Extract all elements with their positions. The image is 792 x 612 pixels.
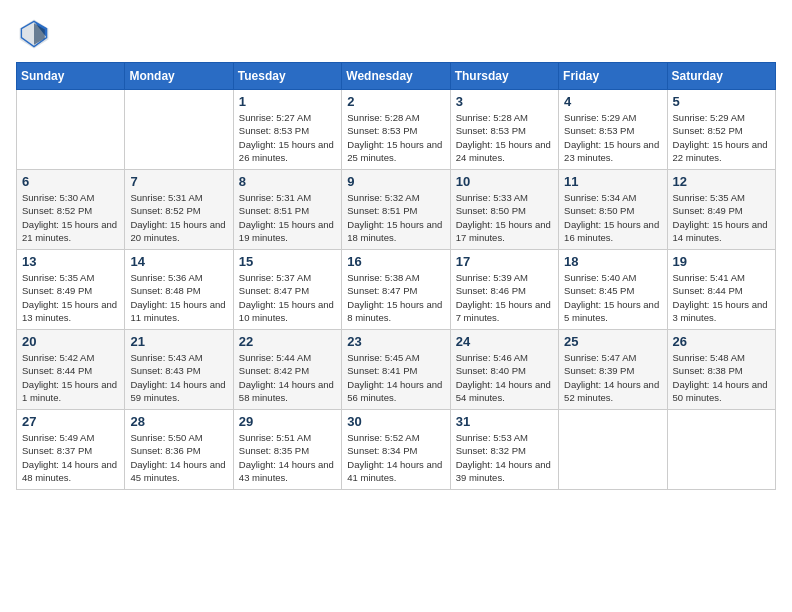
calendar-week-row: 1Sunrise: 5:27 AMSunset: 8:53 PMDaylight… [17,90,776,170]
day-info: Sunrise: 5:50 AMSunset: 8:36 PMDaylight:… [130,431,227,484]
day-number: 31 [456,414,553,429]
logo [16,16,58,52]
day-number: 10 [456,174,553,189]
day-number: 17 [456,254,553,269]
day-number: 19 [673,254,770,269]
calendar-cell [667,410,775,490]
day-info: Sunrise: 5:31 AMSunset: 8:51 PMDaylight:… [239,191,336,244]
day-number: 18 [564,254,661,269]
calendar-cell: 27Sunrise: 5:49 AMSunset: 8:37 PMDayligh… [17,410,125,490]
calendar-cell: 2Sunrise: 5:28 AMSunset: 8:53 PMDaylight… [342,90,450,170]
calendar-cell: 11Sunrise: 5:34 AMSunset: 8:50 PMDayligh… [559,170,667,250]
day-info: Sunrise: 5:40 AMSunset: 8:45 PMDaylight:… [564,271,661,324]
calendar-cell: 12Sunrise: 5:35 AMSunset: 8:49 PMDayligh… [667,170,775,250]
calendar-cell: 6Sunrise: 5:30 AMSunset: 8:52 PMDaylight… [17,170,125,250]
day-info: Sunrise: 5:30 AMSunset: 8:52 PMDaylight:… [22,191,119,244]
day-info: Sunrise: 5:42 AMSunset: 8:44 PMDaylight:… [22,351,119,404]
day-number: 30 [347,414,444,429]
calendar-cell [125,90,233,170]
page-header [16,16,776,52]
day-info: Sunrise: 5:43 AMSunset: 8:43 PMDaylight:… [130,351,227,404]
calendar-cell: 17Sunrise: 5:39 AMSunset: 8:46 PMDayligh… [450,250,558,330]
calendar-cell: 29Sunrise: 5:51 AMSunset: 8:35 PMDayligh… [233,410,341,490]
day-number: 5 [673,94,770,109]
day-number: 8 [239,174,336,189]
day-info: Sunrise: 5:51 AMSunset: 8:35 PMDaylight:… [239,431,336,484]
day-info: Sunrise: 5:49 AMSunset: 8:37 PMDaylight:… [22,431,119,484]
weekday-header-friday: Friday [559,63,667,90]
calendar-cell [559,410,667,490]
calendar-cell: 31Sunrise: 5:53 AMSunset: 8:32 PMDayligh… [450,410,558,490]
day-number: 9 [347,174,444,189]
calendar-cell: 26Sunrise: 5:48 AMSunset: 8:38 PMDayligh… [667,330,775,410]
day-number: 2 [347,94,444,109]
day-info: Sunrise: 5:47 AMSunset: 8:39 PMDaylight:… [564,351,661,404]
calendar-cell: 1Sunrise: 5:27 AMSunset: 8:53 PMDaylight… [233,90,341,170]
day-info: Sunrise: 5:44 AMSunset: 8:42 PMDaylight:… [239,351,336,404]
day-info: Sunrise: 5:46 AMSunset: 8:40 PMDaylight:… [456,351,553,404]
day-info: Sunrise: 5:39 AMSunset: 8:46 PMDaylight:… [456,271,553,324]
day-info: Sunrise: 5:32 AMSunset: 8:51 PMDaylight:… [347,191,444,244]
day-number: 11 [564,174,661,189]
day-info: Sunrise: 5:28 AMSunset: 8:53 PMDaylight:… [347,111,444,164]
logo-icon [16,16,52,52]
calendar-cell: 4Sunrise: 5:29 AMSunset: 8:53 PMDaylight… [559,90,667,170]
day-number: 28 [130,414,227,429]
day-info: Sunrise: 5:33 AMSunset: 8:50 PMDaylight:… [456,191,553,244]
calendar-week-row: 27Sunrise: 5:49 AMSunset: 8:37 PMDayligh… [17,410,776,490]
day-number: 16 [347,254,444,269]
calendar-cell: 10Sunrise: 5:33 AMSunset: 8:50 PMDayligh… [450,170,558,250]
day-info: Sunrise: 5:27 AMSunset: 8:53 PMDaylight:… [239,111,336,164]
day-number: 6 [22,174,119,189]
calendar-cell: 24Sunrise: 5:46 AMSunset: 8:40 PMDayligh… [450,330,558,410]
day-info: Sunrise: 5:41 AMSunset: 8:44 PMDaylight:… [673,271,770,324]
day-info: Sunrise: 5:38 AMSunset: 8:47 PMDaylight:… [347,271,444,324]
calendar-cell: 23Sunrise: 5:45 AMSunset: 8:41 PMDayligh… [342,330,450,410]
calendar-cell: 5Sunrise: 5:29 AMSunset: 8:52 PMDaylight… [667,90,775,170]
calendar-table: SundayMondayTuesdayWednesdayThursdayFrid… [16,62,776,490]
day-info: Sunrise: 5:36 AMSunset: 8:48 PMDaylight:… [130,271,227,324]
calendar-cell: 30Sunrise: 5:52 AMSunset: 8:34 PMDayligh… [342,410,450,490]
day-number: 27 [22,414,119,429]
calendar-week-row: 20Sunrise: 5:42 AMSunset: 8:44 PMDayligh… [17,330,776,410]
day-number: 13 [22,254,119,269]
calendar-cell: 13Sunrise: 5:35 AMSunset: 8:49 PMDayligh… [17,250,125,330]
day-number: 29 [239,414,336,429]
calendar-cell: 21Sunrise: 5:43 AMSunset: 8:43 PMDayligh… [125,330,233,410]
weekday-header-thursday: Thursday [450,63,558,90]
day-info: Sunrise: 5:52 AMSunset: 8:34 PMDaylight:… [347,431,444,484]
day-number: 21 [130,334,227,349]
day-number: 20 [22,334,119,349]
calendar-cell [17,90,125,170]
weekday-header-row: SundayMondayTuesdayWednesdayThursdayFrid… [17,63,776,90]
calendar-cell: 19Sunrise: 5:41 AMSunset: 8:44 PMDayligh… [667,250,775,330]
day-info: Sunrise: 5:31 AMSunset: 8:52 PMDaylight:… [130,191,227,244]
day-info: Sunrise: 5:34 AMSunset: 8:50 PMDaylight:… [564,191,661,244]
weekday-header-saturday: Saturday [667,63,775,90]
day-number: 23 [347,334,444,349]
calendar-cell: 18Sunrise: 5:40 AMSunset: 8:45 PMDayligh… [559,250,667,330]
calendar-cell: 28Sunrise: 5:50 AMSunset: 8:36 PMDayligh… [125,410,233,490]
calendar-cell: 15Sunrise: 5:37 AMSunset: 8:47 PMDayligh… [233,250,341,330]
calendar-cell: 3Sunrise: 5:28 AMSunset: 8:53 PMDaylight… [450,90,558,170]
day-info: Sunrise: 5:37 AMSunset: 8:47 PMDaylight:… [239,271,336,324]
weekday-header-wednesday: Wednesday [342,63,450,90]
calendar-week-row: 13Sunrise: 5:35 AMSunset: 8:49 PMDayligh… [17,250,776,330]
day-number: 14 [130,254,227,269]
calendar-week-row: 6Sunrise: 5:30 AMSunset: 8:52 PMDaylight… [17,170,776,250]
day-number: 25 [564,334,661,349]
day-info: Sunrise: 5:45 AMSunset: 8:41 PMDaylight:… [347,351,444,404]
day-info: Sunrise: 5:28 AMSunset: 8:53 PMDaylight:… [456,111,553,164]
weekday-header-tuesday: Tuesday [233,63,341,90]
weekday-header-monday: Monday [125,63,233,90]
day-info: Sunrise: 5:29 AMSunset: 8:53 PMDaylight:… [564,111,661,164]
calendar-cell: 7Sunrise: 5:31 AMSunset: 8:52 PMDaylight… [125,170,233,250]
calendar-cell: 25Sunrise: 5:47 AMSunset: 8:39 PMDayligh… [559,330,667,410]
day-info: Sunrise: 5:35 AMSunset: 8:49 PMDaylight:… [673,191,770,244]
day-number: 26 [673,334,770,349]
calendar-cell: 8Sunrise: 5:31 AMSunset: 8:51 PMDaylight… [233,170,341,250]
day-info: Sunrise: 5:53 AMSunset: 8:32 PMDaylight:… [456,431,553,484]
day-number: 22 [239,334,336,349]
day-number: 12 [673,174,770,189]
calendar-cell: 14Sunrise: 5:36 AMSunset: 8:48 PMDayligh… [125,250,233,330]
